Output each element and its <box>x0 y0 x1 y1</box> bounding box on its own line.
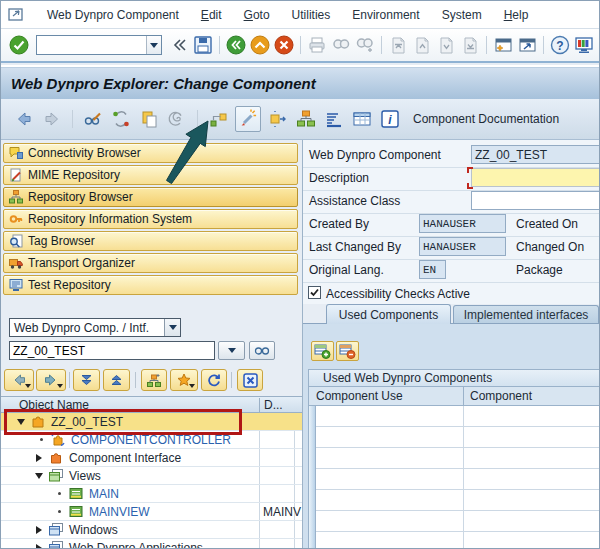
expand-icon[interactable] <box>33 454 45 462</box>
accessibility-checkbox[interactable] <box>308 286 321 299</box>
grid-row[interactable] <box>316 469 600 490</box>
exit-button[interactable] <box>249 34 271 56</box>
spiral-icon[interactable] <box>166 108 188 130</box>
tree-row-main[interactable]: MAIN <box>1 485 302 503</box>
sort-button[interactable] <box>323 108 345 130</box>
collapse-all-button[interactable] <box>103 369 130 391</box>
menu-goto[interactable]: Goto <box>233 5 281 25</box>
tree-row-component-interface[interactable]: Component Interface <box>1 449 302 467</box>
nav-back-button[interactable] <box>13 108 35 130</box>
tree-forward-button[interactable] <box>36 369 66 391</box>
tree-row-mainview[interactable]: MAINVIEW MAINV <box>1 503 302 521</box>
tab-implemented-interfaces[interactable]: Implemented interfaces <box>453 305 599 324</box>
last-page-button[interactable] <box>459 34 481 56</box>
cancel-button[interactable] <box>273 34 295 56</box>
close-browser-button[interactable] <box>237 369 263 391</box>
back-button[interactable] <box>225 34 247 56</box>
menu-system[interactable]: System <box>431 5 493 25</box>
print-button[interactable] <box>306 34 328 56</box>
expand-icon[interactable] <box>33 526 45 534</box>
edit-button[interactable] <box>235 106 261 132</box>
enter-button[interactable] <box>8 34 30 56</box>
row-selector-strip[interactable] <box>308 406 316 549</box>
tree-hierarchy-button[interactable] <box>141 369 167 391</box>
tree-row-zz-00-test[interactable]: ZZ_00_TEST <box>1 413 302 431</box>
command-dropdown-icon[interactable] <box>146 36 161 54</box>
sidebar-button-repository-browser[interactable]: Repository Browser <box>3 187 298 207</box>
tree-row-windows[interactable]: Windows <box>1 521 302 539</box>
grid-row[interactable] <box>316 511 600 532</box>
created-by-field[interactable]: HANAUSER <box>419 214 506 233</box>
menu-help[interactable]: Help <box>493 5 540 25</box>
other-object-button[interactable] <box>110 108 132 130</box>
tree-row-web-dynpro-applications[interactable]: Web Dynpro Applications <box>1 539 302 549</box>
next-page-button[interactable] <box>435 34 457 56</box>
description-field[interactable] <box>471 168 600 187</box>
system-menu-icon[interactable] <box>8 7 26 22</box>
new-session-button[interactable] <box>492 34 514 56</box>
tree-row-componentcontroller[interactable]: COMPONENTCONTROLLER <box>1 431 302 449</box>
grid-column-headers: Component Use Component <box>308 387 600 406</box>
last-changed-by-label: Last Changed By <box>309 240 401 254</box>
hide-toolbar-icon[interactable] <box>168 34 190 56</box>
find-button[interactable] <box>330 34 352 56</box>
tab-used-components[interactable]: Used Components <box>326 304 451 324</box>
create-shortcut-button[interactable] <box>516 34 538 56</box>
save-button[interactable] <box>192 34 214 56</box>
tree-back-button[interactable] <box>4 369 34 391</box>
first-page-button[interactable] <box>387 34 409 56</box>
display-change-toggle-button[interactable] <box>82 108 104 130</box>
sidebar-button-test-repository[interactable]: Test Repository <box>3 275 298 295</box>
find-next-button[interactable] <box>354 34 376 56</box>
table-view-button[interactable] <box>351 108 373 130</box>
delete-row-button[interactable] <box>336 341 359 361</box>
grid-row[interactable] <box>316 406 600 427</box>
command-input[interactable] <box>37 36 146 54</box>
object-type-select[interactable]: Web Dynpro Comp. / Intf. <box>9 318 181 337</box>
insert-row-button[interactable] <box>311 341 334 361</box>
display-object-button[interactable] <box>249 341 275 360</box>
hierarchy-button[interactable] <box>295 108 317 130</box>
sidebar-button-label: Test Repository <box>28 278 111 292</box>
grid-row[interactable] <box>316 532 600 549</box>
assistance-class-field[interactable] <box>471 191 600 210</box>
last-changed-by-field[interactable]: HANAUSER <box>419 237 506 256</box>
menu-web-dynpro-component[interactable]: Web Dynpro Component <box>36 5 190 25</box>
refresh-button[interactable] <box>201 369 227 391</box>
original-lang-field[interactable]: EN <box>419 260 446 279</box>
nav-forward-button[interactable] <box>41 108 63 130</box>
object-name-dropdown-button[interactable] <box>218 341 245 360</box>
menu-edit[interactable]: Edit <box>190 5 233 25</box>
sidebar-button-transport-organizer[interactable]: Transport Organizer <box>3 253 298 273</box>
tag-browser-icon <box>8 234 23 248</box>
grid-row[interactable] <box>316 448 600 469</box>
info-button[interactable]: i <box>379 108 401 130</box>
expand-icon[interactable] <box>33 544 45 549</box>
sidebar-button-connectivity-browser[interactable]: Connectivity Browser <box>3 143 298 163</box>
expand-all-button[interactable] <box>73 369 100 391</box>
menu-environment[interactable]: Environment <box>341 5 430 25</box>
chevron-down-icon[interactable] <box>164 319 180 336</box>
grid-row[interactable] <box>316 427 600 448</box>
object-name-input[interactable] <box>9 341 215 360</box>
customize-layout-button[interactable] <box>573 34 595 56</box>
sidebar-button-tag-browser[interactable]: Tag Browser <box>3 231 298 251</box>
collapse-icon[interactable] <box>15 419 27 425</box>
check-test-button[interactable] <box>207 108 229 130</box>
tree-row-views[interactable]: Views <box>1 467 302 485</box>
menu-utilities[interactable]: Utilities <box>281 5 342 25</box>
column-divider <box>463 406 464 549</box>
sidebar-button-mime-repository[interactable]: MIME Repository <box>3 165 298 185</box>
component-documentation-button[interactable]: Component Documentation <box>413 112 559 126</box>
sidebar-button-repository-information-system[interactable]: Repository Information System <box>3 209 298 229</box>
collapse-icon[interactable] <box>33 473 45 479</box>
component-field[interactable]: ZZ_00_TEST <box>471 145 600 164</box>
copy-component-button[interactable] <box>267 108 289 130</box>
copy-button[interactable] <box>138 108 160 130</box>
command-field[interactable] <box>36 35 162 55</box>
help-button[interactable]: ? <box>549 34 571 56</box>
favorites-button[interactable] <box>170 369 198 391</box>
previous-page-button[interactable] <box>411 34 433 56</box>
grid-row[interactable] <box>316 490 600 511</box>
tree-node-label: Windows <box>69 523 118 537</box>
